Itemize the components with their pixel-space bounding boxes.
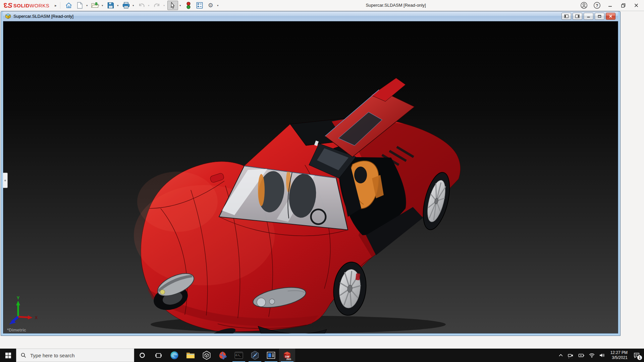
meet-now-camera-icon [568,353,574,358]
options-button[interactable]: ⚙ [206,1,216,10]
taskbar-app-window-panel[interactable] [263,349,279,362]
document-window: Supercar.SLDASM [Read-only] [1,11,621,336]
print-icon [122,2,130,9]
search-input[interactable] [30,352,125,359]
print-dropdown[interactable]: ▾ [131,1,136,10]
windows-logo-icon [5,353,11,358]
show-right-pane-button[interactable] [573,13,582,20]
select-button[interactable] [167,1,178,10]
undo-dropdown[interactable]: ▾ [147,1,151,10]
home-button[interactable] [64,1,74,10]
select-cursor-icon [170,2,176,9]
taskbar-search[interactable] [16,349,134,362]
open-button[interactable] [90,1,100,10]
app-window-title: Supercar.SLDASM [Read-only] [342,0,449,11]
task-view-icon [155,353,162,358]
task-view-button[interactable] [150,349,166,362]
right-pane-icon [575,14,580,18]
document-titlebar[interactable]: Supercar.SLDASM [Read-only] [3,11,618,21]
close-window-button[interactable] [631,1,641,10]
restore-doc-icon [598,15,601,18]
triad-y-label: Y [17,295,20,300]
minimize-window-button[interactable] [605,1,615,10]
taskbar-app-edge[interactable] [166,349,182,362]
account-button[interactable] [579,1,589,10]
system-tray: 12:27 PM 3/5/2021 1 [556,349,644,362]
car-model[interactable] [3,21,618,334]
command-prompt-text: C:\_ [236,354,241,357]
traffic-light-icon [186,2,191,9]
minimize-doc-icon [587,15,590,18]
start-button[interactable] [0,349,16,362]
action-center-button[interactable]: 1 [631,349,644,362]
close-icon [634,3,639,8]
help-icon: ? [593,2,601,9]
cortana-button[interactable] [134,349,150,362]
redo-icon [153,2,161,8]
graphics-area[interactable]: Y X *Dimetric [3,21,618,334]
taskbar: C:\_ SW 2021 [0,349,644,362]
close-doc-icon [609,15,612,18]
taskbar-app-file-explorer[interactable] [182,349,199,362]
open-dropdown[interactable]: ▾ [100,1,105,10]
properties-list-icon [196,2,203,9]
triad-x-label: X [35,315,38,320]
redo-button[interactable] [152,1,162,10]
titlebar-right-controls: ? [579,0,641,11]
document-window-controls [561,13,615,20]
redo-dropdown[interactable]: ▾ [162,1,166,10]
save-dropdown[interactable]: ▾ [116,1,120,10]
volume-indicator[interactable] [597,349,607,362]
meet-now-button[interactable] [566,349,576,362]
orientation-triad[interactable]: Y X [7,291,42,328]
taskbar-app-hexagon-shield[interactable] [247,349,263,362]
battery-indicator[interactable] [576,349,587,362]
new-document-button[interactable] [75,1,85,10]
hexagon-shield-app-icon [251,351,259,360]
taskbar-app-command-prompt[interactable]: C:\_ [231,349,247,362]
window-app-icon [267,352,275,359]
taskbar-app-scissors[interactable] [215,349,231,362]
help-button[interactable]: ? [592,1,602,10]
new-document-dropdown[interactable]: ▾ [85,1,89,10]
solidworks-logo: 3S SOLIDWORKS [4,1,49,9]
user-account-icon [580,2,588,9]
select-dropdown[interactable]: ▾ [178,1,182,10]
close-document-button[interactable] [606,13,615,20]
undo-icon [138,2,145,8]
file-explorer-icon [186,352,195,359]
taskbar-app-hexagon-cube[interactable] [199,349,215,362]
document-title: Supercar.SLDASM [Read-only] [13,14,73,19]
rebuild-button[interactable] [183,1,194,10]
options-dropdown[interactable]: ▾ [216,1,220,10]
menu-flyout-arrow[interactable]: ▸ [55,3,57,8]
clock[interactable]: 12:27 PM 3/5/2021 [607,350,631,360]
volume-icon [599,353,605,358]
cortana-icon [139,352,145,358]
show-left-pane-button[interactable] [561,13,571,20]
restore-document-button[interactable] [595,13,604,20]
pane-tab-grip-icon [4,180,6,181]
settings-gear-icon: ⚙ [208,2,213,8]
quick-access-toolbar: ▾ ▾ ▾ [64,0,221,11]
search-icon [21,353,26,358]
feature-manager-collapsed-tab[interactable] [3,173,8,188]
print-button[interactable] [121,1,131,10]
taskbar-app-solidworks[interactable]: SW 2021 [279,349,295,362]
save-icon [107,2,114,9]
save-button[interactable] [106,1,116,10]
assembly-document-icon [5,13,11,19]
screen: 3S SOLIDWORKS ▸ ▾ [0,0,644,362]
file-properties-button[interactable] [195,1,205,10]
left-pane-icon [564,14,569,18]
solidworks-2021-icon: SW 2021 [282,351,292,360]
undo-button[interactable] [137,1,147,10]
tray-overflow-button[interactable] [556,349,566,362]
minimize-document-button[interactable] [584,13,593,20]
home-icon [65,2,72,9]
svg-text:?: ? [596,3,598,8]
app-titlebar: 3S SOLIDWORKS ▸ ▾ [0,0,644,11]
edge-icon [170,351,179,360]
restore-window-button[interactable] [618,1,628,10]
wifi-indicator[interactable] [587,349,597,362]
